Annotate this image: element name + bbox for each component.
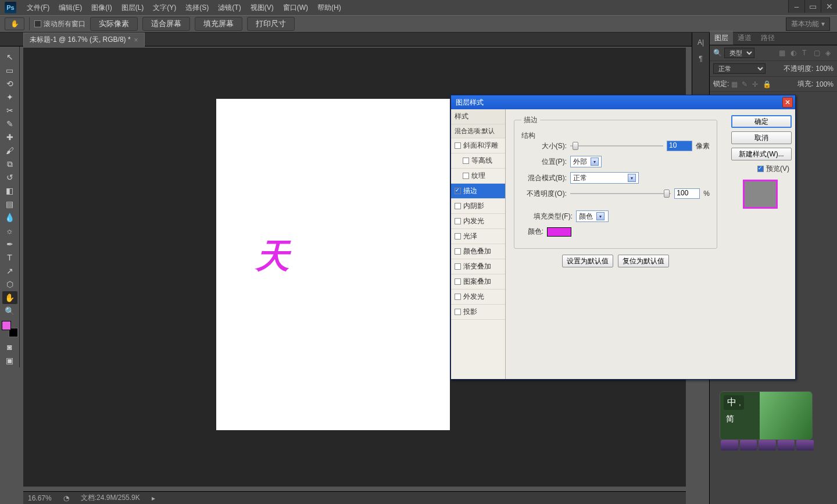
thumb-icon[interactable] xyxy=(778,440,795,451)
shape-tool[interactable]: ⬡ xyxy=(2,278,17,291)
ime-indicator[interactable]: 中 , 简 xyxy=(720,391,813,440)
workspace-selector[interactable]: 基本功能 ▾ xyxy=(786,17,830,31)
ok-button[interactable]: 确定 xyxy=(731,115,792,128)
document-tab[interactable]: 未标题-1 @ 16.7% (天, RGB/8) * × xyxy=(23,33,145,47)
reset-default-button[interactable]: 复位为默认值 xyxy=(618,255,669,267)
position-select[interactable]: 外部 ▾ xyxy=(570,156,602,167)
color-swatches[interactable] xyxy=(2,321,18,337)
new-style-button[interactable]: 新建样式(W)... xyxy=(731,148,792,160)
history-brush-tool[interactable]: ↺ xyxy=(2,171,17,184)
lock-paint-icon[interactable]: ✎ xyxy=(742,80,750,88)
thumb-icon[interactable] xyxy=(759,440,776,451)
fill-value[interactable]: 100% xyxy=(815,80,834,88)
style-item[interactable]: 颜色叠加 xyxy=(451,244,505,259)
lock-transparent-icon[interactable]: ▦ xyxy=(731,80,739,88)
gradient-tool[interactable]: ▤ xyxy=(2,198,17,210)
close-window-button[interactable]: ✕ xyxy=(821,0,837,13)
styles-header[interactable]: 样式 xyxy=(451,109,505,124)
healing-brush-tool[interactable]: ✚ xyxy=(2,131,17,144)
filter-shape-icon[interactable]: ▢ xyxy=(814,49,822,57)
thumb-icon[interactable] xyxy=(796,440,814,451)
checkbox-icon[interactable] xyxy=(455,233,461,240)
style-item[interactable]: 内阴影 xyxy=(451,199,505,214)
close-tab-icon[interactable]: × xyxy=(134,36,138,44)
style-item[interactable]: 纹理 xyxy=(451,169,505,184)
checkbox-icon[interactable] xyxy=(455,278,461,285)
paragraph-panel-icon[interactable]: ¶ xyxy=(695,52,707,65)
brush-tool[interactable]: 🖌 xyxy=(2,144,17,157)
status-arrow-icon[interactable]: ▸ xyxy=(152,494,155,502)
fg-color-swatch[interactable] xyxy=(2,321,11,330)
style-item[interactable]: 外发光 xyxy=(451,289,505,305)
fit-screen-button[interactable]: 适合屏幕 xyxy=(142,17,190,31)
preview-checkbox[interactable]: 预览(V) xyxy=(731,164,789,174)
blend-mode-select[interactable]: 正常 ▾ xyxy=(570,172,639,184)
thumb-icon[interactable] xyxy=(740,440,757,451)
checkbox-icon[interactable] xyxy=(455,294,461,300)
size-slider[interactable] xyxy=(570,142,663,150)
tab-paths[interactable]: 路径 xyxy=(756,31,779,45)
menu-view[interactable]: 视图(V) xyxy=(246,1,278,15)
set-default-button[interactable]: 设置为默认值 xyxy=(562,255,613,267)
menu-select[interactable]: 选择(S) xyxy=(181,1,213,15)
checkbox-icon[interactable] xyxy=(455,309,461,315)
style-item[interactable]: 图案叠加 xyxy=(451,274,505,289)
tab-channels[interactable]: 通道 xyxy=(733,31,756,45)
move-tool[interactable]: ↖ xyxy=(2,51,17,63)
menu-layer[interactable]: 图层(L) xyxy=(117,1,149,15)
cancel-button[interactable]: 取消 xyxy=(731,131,792,144)
menu-help[interactable]: 帮助(H) xyxy=(313,1,346,15)
type-tool[interactable]: T xyxy=(2,251,17,264)
menu-filter[interactable]: 滤镜(T) xyxy=(213,1,245,15)
zoom-tool[interactable]: 🔍 xyxy=(2,305,17,317)
style-item[interactable]: 描边 xyxy=(451,184,505,199)
pen-tool[interactable]: ✒ xyxy=(2,238,17,251)
lasso-tool[interactable]: ⟲ xyxy=(2,77,17,90)
style-item[interactable]: 渐变叠加 xyxy=(451,259,505,274)
menu-type[interactable]: 文字(Y) xyxy=(148,1,181,15)
blur-tool[interactable]: 💧 xyxy=(2,211,17,224)
opacity-input[interactable]: 100 xyxy=(674,188,700,199)
dodge-tool[interactable]: ☼ xyxy=(2,224,17,237)
fill-screen-button[interactable]: 填充屏幕 xyxy=(195,17,242,31)
checkbox-icon[interactable] xyxy=(455,188,461,194)
checkbox-icon[interactable] xyxy=(463,173,469,179)
menu-file[interactable]: 文件(F) xyxy=(22,1,54,15)
clone-stamp-tool[interactable]: ⧉ xyxy=(2,158,17,170)
zoom-level[interactable]: 16.67% xyxy=(28,494,52,502)
checkbox-icon[interactable] xyxy=(455,142,461,149)
thumb-icon[interactable] xyxy=(721,440,738,451)
fill-type-select[interactable]: 颜色 ▾ xyxy=(576,210,609,222)
style-item[interactable]: 等高线 xyxy=(451,153,505,169)
checkbox-icon[interactable] xyxy=(455,263,461,270)
tab-layers[interactable]: 图层 xyxy=(710,31,733,45)
lock-position-icon[interactable]: ✢ xyxy=(752,80,760,88)
checkbox-icon[interactable] xyxy=(455,203,461,209)
document-canvas[interactable]: 天 xyxy=(216,99,450,430)
blending-options-row[interactable]: 混合选项:默认 xyxy=(451,124,505,138)
actual-pixels-button[interactable]: 实际像素 xyxy=(90,17,138,31)
hand-tool-icon[interactable]: ✋ xyxy=(5,17,24,30)
opacity-value[interactable]: 100% xyxy=(815,65,834,73)
dialog-titlebar[interactable]: 图层样式 xyxy=(451,95,795,109)
eyedropper-tool[interactable]: ✎ xyxy=(2,117,17,130)
maximize-button[interactable]: ▭ xyxy=(804,0,821,13)
magic-wand-tool[interactable]: ✦ xyxy=(2,91,17,103)
screenmode-tool[interactable]: ▣ xyxy=(2,354,17,367)
color-swatch[interactable] xyxy=(547,227,571,237)
eraser-tool[interactable]: ◧ xyxy=(2,184,17,197)
character-panel-icon[interactable]: A| xyxy=(695,36,707,49)
dialog-close-button[interactable]: ✕ xyxy=(782,97,793,108)
blend-mode-selector[interactable]: 正常 xyxy=(713,63,766,74)
scroll-all-checkbox[interactable]: 滚动所有窗口 xyxy=(34,19,85,29)
crop-tool[interactable]: ✂ xyxy=(2,104,17,117)
checkbox-icon[interactable] xyxy=(455,218,461,224)
filter-adjust-icon[interactable]: ◐ xyxy=(791,49,799,57)
style-item[interactable]: 光泽 xyxy=(451,229,505,244)
quickmask-tool[interactable]: ◙ xyxy=(2,341,17,353)
style-item[interactable]: 斜面和浮雕 xyxy=(451,138,505,153)
menu-edit[interactable]: 编辑(E) xyxy=(54,1,87,15)
print-size-button[interactable]: 打印尺寸 xyxy=(247,17,295,31)
hand-tool[interactable]: ✋ xyxy=(2,291,17,304)
opacity-slider[interactable] xyxy=(570,190,671,198)
